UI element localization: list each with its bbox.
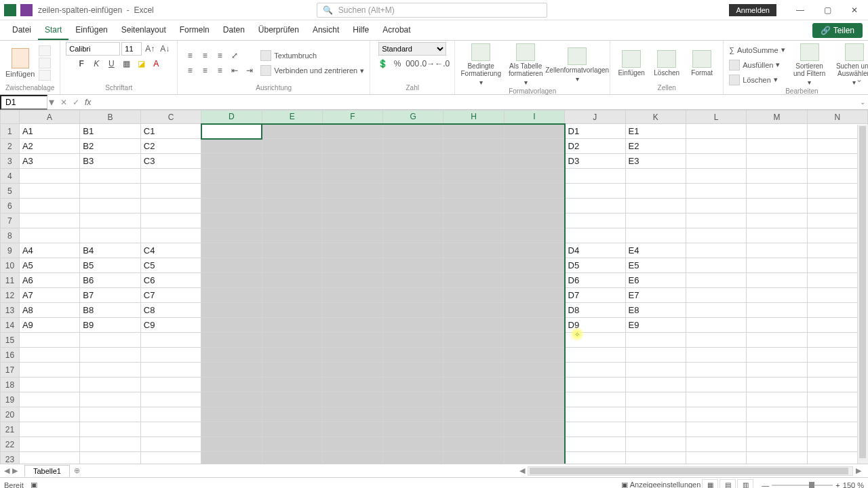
tab-start[interactable]: Start xyxy=(38,21,68,40)
number-format-select[interactable]: Standard xyxy=(378,42,446,56)
page-break-view-icon[interactable]: ▥ xyxy=(737,479,753,489)
cell-G10[interactable] xyxy=(383,258,443,273)
cell-F14[interactable] xyxy=(322,318,382,333)
cell-B23[interactable] xyxy=(80,452,140,464)
cell-A6[interactable] xyxy=(19,199,79,214)
currency-icon[interactable]: 💲 xyxy=(376,57,389,70)
cell-K23[interactable] xyxy=(625,452,686,464)
cell-C4[interactable] xyxy=(140,169,201,184)
spreadsheet-grid[interactable]: ABCDEFGHIJKLMN1A1B1C1D1E12A2B2C2D2E23A3B… xyxy=(0,110,868,464)
cell-E6[interactable] xyxy=(262,199,322,214)
share-button[interactable]: 🔗 Teilen xyxy=(812,23,863,38)
cell-H22[interactable] xyxy=(443,437,504,452)
cell-C11[interactable]: C6 xyxy=(140,273,201,288)
cell-E13[interactable] xyxy=(262,303,322,318)
cell-J7[interactable] xyxy=(565,214,625,228)
cell-G15[interactable] xyxy=(383,333,443,348)
cell-J2[interactable]: D2 xyxy=(565,139,625,154)
column-header-B[interactable]: B xyxy=(80,110,140,124)
cell-D21[interactable] xyxy=(201,422,262,437)
cell-D15[interactable] xyxy=(201,333,262,348)
cell-B9[interactable]: B4 xyxy=(80,243,140,258)
cell-I10[interactable] xyxy=(504,258,564,273)
conditional-formatting-button[interactable]: Bedingte Formatierung ▾ xyxy=(460,42,501,87)
cell-C3[interactable]: C3 xyxy=(140,154,201,169)
cell-I15[interactable] xyxy=(504,333,564,348)
cell-I14[interactable] xyxy=(504,318,564,333)
cell-A9[interactable]: A4 xyxy=(19,243,79,258)
cell-F3[interactable] xyxy=(322,154,382,169)
cell-D16[interactable] xyxy=(201,348,262,363)
enter-formula-icon[interactable]: ✓ xyxy=(71,98,81,107)
cell-G19[interactable] xyxy=(383,392,443,407)
cell-F13[interactable] xyxy=(322,303,382,318)
cell-B17[interactable] xyxy=(80,363,140,378)
column-header-J[interactable]: J xyxy=(565,110,625,124)
cell-A23[interactable] xyxy=(19,452,79,464)
cell-C19[interactable] xyxy=(140,392,201,407)
cell-B10[interactable]: B5 xyxy=(80,258,140,273)
cell-G12[interactable] xyxy=(383,288,443,303)
cell-J1[interactable]: D1 xyxy=(565,124,625,139)
cell-E20[interactable] xyxy=(262,407,322,422)
cell-K20[interactable] xyxy=(625,407,686,422)
cell-F6[interactable] xyxy=(322,199,382,214)
clear-button[interactable]: Löschen ▾ xyxy=(729,73,785,87)
cell-F22[interactable] xyxy=(322,437,382,452)
cell-C18[interactable] xyxy=(140,378,201,392)
cell-E11[interactable] xyxy=(262,273,322,288)
cell-I17[interactable] xyxy=(504,363,564,378)
increase-indent-icon[interactable]: ⇥ xyxy=(243,64,256,77)
cell-H3[interactable] xyxy=(443,154,504,169)
cell-K5[interactable] xyxy=(625,184,686,199)
decrease-font-icon[interactable]: A↓ xyxy=(158,42,172,56)
cell-D9[interactable] xyxy=(201,243,262,258)
zoom-level[interactable]: 150 % xyxy=(843,481,864,489)
sheet-nav-next-icon[interactable]: ▶ xyxy=(12,466,18,475)
border-icon[interactable]: ▦ xyxy=(119,57,133,70)
cell-G23[interactable] xyxy=(383,452,443,464)
cell-G21[interactable] xyxy=(383,422,443,437)
search-box[interactable]: 🔍 Suchen (Alt+M) xyxy=(317,3,547,18)
tab-formeln[interactable]: Formeln xyxy=(173,21,216,40)
tab-datei[interactable]: Datei xyxy=(5,21,38,40)
format-cells-button[interactable]: Format xyxy=(686,49,717,78)
cell-I20[interactable] xyxy=(504,407,564,422)
cell-C14[interactable]: C9 xyxy=(140,318,201,333)
cell-L7[interactable] xyxy=(686,214,746,228)
cell-D5[interactable] xyxy=(201,184,262,199)
row-header-5[interactable]: 5 xyxy=(1,184,20,199)
cell-I18[interactable] xyxy=(504,378,564,392)
vertical-scrollbar[interactable] xyxy=(857,125,868,464)
cell-J22[interactable] xyxy=(565,437,625,452)
cell-H19[interactable] xyxy=(443,392,504,407)
cell-L21[interactable] xyxy=(686,422,746,437)
cell-K17[interactable] xyxy=(625,363,686,378)
row-header-11[interactable]: 11 xyxy=(1,273,20,288)
row-header-3[interactable]: 3 xyxy=(1,154,20,169)
display-settings-button[interactable]: ▣ Anzeigeeinstellungen xyxy=(621,481,701,488)
collapse-ribbon-icon[interactable]: ⌄ xyxy=(856,75,863,84)
cell-K7[interactable] xyxy=(625,214,686,228)
save-icon[interactable] xyxy=(20,4,33,16)
delete-cells-button[interactable]: Löschen xyxy=(651,49,682,78)
formula-input[interactable] xyxy=(96,101,857,104)
row-header-19[interactable]: 19 xyxy=(1,392,20,407)
row-header-15[interactable]: 15 xyxy=(1,333,20,348)
cell-L14[interactable] xyxy=(686,318,746,333)
cell-I7[interactable] xyxy=(504,214,564,228)
cell-B7[interactable] xyxy=(80,214,140,228)
wrap-text-button[interactable]: Textumbruch xyxy=(260,49,364,62)
cell-I19[interactable] xyxy=(504,392,564,407)
cell-M12[interactable] xyxy=(747,288,807,303)
row-header-18[interactable]: 18 xyxy=(1,378,20,392)
cell-H18[interactable] xyxy=(443,378,504,392)
row-header-1[interactable]: 1 xyxy=(1,124,20,139)
cell-J9[interactable]: D4 xyxy=(565,243,625,258)
cell-A17[interactable] xyxy=(19,363,79,378)
row-header-2[interactable]: 2 xyxy=(1,139,20,154)
cell-G11[interactable] xyxy=(383,273,443,288)
cell-A18[interactable] xyxy=(19,378,79,392)
cell-J5[interactable] xyxy=(565,184,625,199)
cell-A20[interactable] xyxy=(19,407,79,422)
